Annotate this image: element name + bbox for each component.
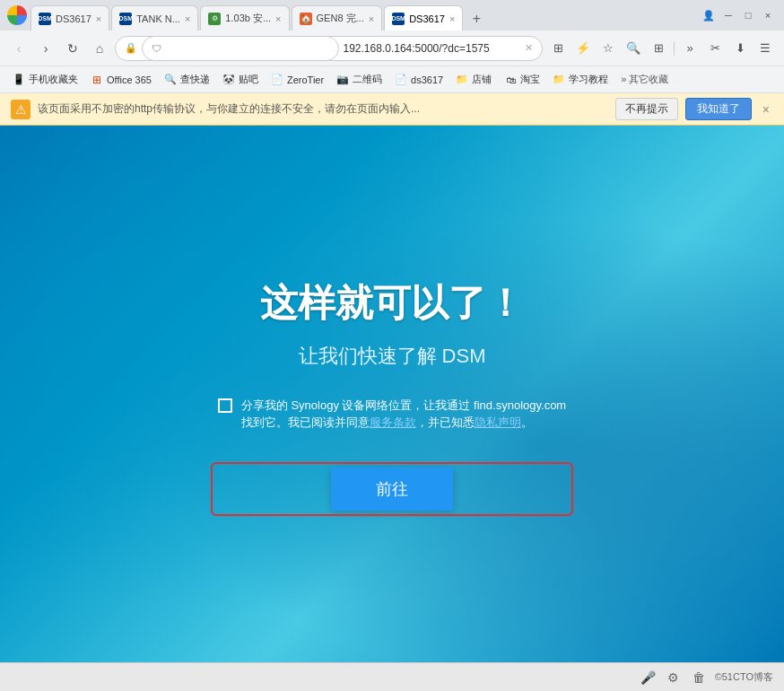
privacy-end: 。 [521, 415, 533, 429]
security-lock-icon: 🔒 [125, 42, 137, 54]
bookmark-ds3617[interactable]: 📄 ds3617 [389, 72, 449, 88]
tab-label-gen8: GEN8 完... [317, 12, 364, 25]
tab-103b[interactable]: ⚙ 1.03b 安... × [200, 5, 289, 31]
url-clear-button[interactable]: ✕ [525, 42, 533, 54]
bookmark-mobile[interactable]: 📱 手机收藏夹 [7, 71, 83, 88]
privacy-separator: ，并已知悉 [416, 415, 475, 429]
page-grid-icon[interactable]: ⊞ [546, 37, 570, 60]
window-minimize-button[interactable]: ─ [719, 6, 737, 24]
tab-label-ds3617-2: DS3617 [409, 13, 445, 24]
bookmark-qrcode-label: 二维码 [353, 73, 382, 86]
bookmark-ds3617-label: ds3617 [411, 74, 443, 85]
main-subtitle: 让我们快速了解 DSM [218, 343, 566, 370]
bookmark-qrcode-icon: 📷 [336, 74, 349, 86]
search-icon[interactable]: 🔍 [622, 37, 645, 60]
main-title: 这样就可以了！ [218, 278, 566, 328]
shield-icon: 🛡 [142, 36, 339, 61]
tab-close-tank[interactable]: × [185, 13, 190, 24]
new-tab-button[interactable]: + [465, 7, 488, 31]
url-text: 192.168.0.164:5000/?dc=1575 [344, 42, 521, 55]
share-location-text: 分享我的 Synology 设备网络位置，让我通过 find.synology.… [241, 397, 566, 432]
window-close-button[interactable]: × [759, 6, 777, 24]
tab-close-ds3617-2[interactable]: × [449, 13, 455, 24]
bookmark-tieba-icon: 🐼 [222, 74, 235, 86]
status-microphone-icon[interactable]: 🎤 [640, 669, 658, 687]
share-text-part2: 找到它。我已阅读并同意 [241, 415, 370, 429]
bookmark-office365-label: Office 365 [107, 74, 152, 85]
tab-label-ds3617-1: DS3617 [56, 13, 91, 24]
tab-close-103b[interactable]: × [275, 13, 281, 24]
bookmark-tieba[interactable]: 🐼 贴吧 [217, 71, 264, 88]
tab-icon-ds3617-2: DSM [392, 13, 405, 25]
reload-button[interactable]: ↻ [61, 37, 84, 60]
tab-label-103b: 1.03b 安... [225, 12, 271, 25]
dismiss-warning-button[interactable]: 不再提示 [615, 98, 678, 120]
tab-ds3617-1[interactable]: DSM DS3617 × [30, 5, 109, 31]
tab-tank[interactable]: DSM TANK N... × [111, 5, 198, 31]
share-text-part1: 分享我的 Synology 设备网络位置，让我通过 find.synology.… [241, 398, 566, 412]
bookmark-office365[interactable]: ⊞ Office 365 [85, 72, 157, 88]
tab-gen8[interactable]: 🏠 GEN8 完... × [292, 5, 383, 31]
bookmark-express-label: 查快递 [180, 73, 210, 86]
bookmark-tutorial[interactable]: 📁 学习教程 [547, 71, 614, 88]
security-bar-close-button[interactable]: × [759, 102, 773, 117]
main-content-area: 这样就可以了！ 让我们快速了解 DSM 分享我的 Synology 设备网络位置… [0, 126, 784, 662]
tab-icon-tank: DSM [119, 13, 132, 25]
share-location-checkbox[interactable] [218, 398, 232, 413]
bookmark-express[interactable]: 🔍 查快递 [159, 71, 215, 88]
acknowledge-warning-button[interactable]: 我知道了 [685, 98, 752, 120]
security-warning-text: 该页面采用不加密的http传输协议，与你建立的连接不安全，请勿在页面内输入... [38, 101, 608, 117]
apps-icon[interactable]: ⊞ [647, 37, 670, 60]
bookmark-taobao[interactable]: 🛍 淘宝 [499, 71, 545, 88]
status-settings-icon[interactable]: ⚙ [665, 669, 683, 687]
download-icon[interactable]: ⬇ [728, 37, 752, 60]
forward-button[interactable]: › [34, 37, 57, 60]
bookmarks-more-button[interactable]: » 其它收藏 [615, 71, 674, 88]
toolbar-divider [674, 41, 675, 56]
cut-icon[interactable]: ✂ [703, 37, 727, 60]
bookmark-tieba-label: 贴吧 [239, 73, 258, 86]
security-warning-bar: ⚠ 该页面采用不加密的http传输协议，与你建立的连接不安全，请勿在页面内输入.… [0, 93, 784, 126]
more-tools-button[interactable]: » [678, 37, 701, 60]
bookmark-taobao-icon: 🛍 [504, 74, 517, 86]
lightning-icon[interactable]: ⚡ [571, 37, 595, 60]
bookmark-qrcode[interactable]: 📷 二维码 [331, 71, 388, 88]
status-bar: 🎤 ⚙ 🗑 ©51CTO博客 [0, 662, 784, 691]
title-bar: DSM DS3617 × DSM TANK N... × ⚙ 1.03b 安..… [0, 0, 784, 31]
privacy-link[interactable]: 隐私声明 [475, 415, 521, 429]
bookmark-mobile-label: 手机收藏夹 [29, 73, 78, 86]
browser-chrome: DSM DS3617 × DSM TANK N... × ⚙ 1.03b 安..… [0, 0, 784, 126]
nav-bar: ‹ › ↻ ⌂ 🔒 🛡 192.168.0.164:5000/?dc=1575 … [0, 31, 784, 66]
bookmark-zerotier-icon: 📄 [271, 74, 283, 86]
tab-label-tank: TANK N... [136, 13, 180, 24]
status-watermark: ©51CTO博客 [715, 670, 773, 684]
forward-button[interactable]: 前往 [331, 468, 453, 511]
back-button[interactable]: ‹ [7, 37, 30, 60]
content-inner: 这样就可以了！ 让我们快速了解 DSM 分享我的 Synology 设备网络位置… [200, 260, 584, 529]
window-maximize-button[interactable]: □ [739, 6, 757, 24]
bookmark-store-icon: 📁 [456, 74, 468, 86]
window-profile-icon[interactable]: 👤 [700, 6, 718, 24]
bookmark-zerotier[interactable]: 📄 ZeroTier [266, 72, 329, 88]
forward-button-wrapper: 前往 [218, 468, 566, 511]
bookmark-tutorial-icon: 📁 [553, 74, 565, 86]
bookmark-star-icon[interactable]: ☆ [597, 37, 620, 60]
right-toolbar: ⊞ ⚡ ☆ 🔍 ⊞ » ✂ ⬇ ☰ [546, 37, 777, 60]
home-button[interactable]: ⌂ [88, 37, 111, 60]
terms-link[interactable]: 服务条款 [370, 415, 416, 429]
address-bar[interactable]: 🔒 🛡 192.168.0.164:5000/?dc=1575 ✕ [115, 36, 543, 61]
bookmark-tutorial-label: 学习教程 [569, 73, 608, 86]
bookmark-taobao-label: 淘宝 [520, 73, 540, 86]
tab-close-ds3617-1[interactable]: × [96, 13, 101, 24]
tab-icon-ds3617-1: DSM [39, 13, 51, 25]
status-trash-icon[interactable]: 🗑 [690, 669, 708, 687]
tab-ds3617-2[interactable]: DSM DS3617 × [384, 5, 463, 31]
bookmark-ds3617-icon: 📄 [395, 74, 407, 86]
tab-close-gen8[interactable]: × [369, 13, 374, 24]
bookmark-store[interactable]: 📁 店铺 [450, 71, 497, 88]
window-controls: 👤 ─ □ × [700, 6, 777, 24]
menu-button[interactable]: ☰ [754, 37, 777, 60]
bookmark-express-icon: 🔍 [164, 74, 177, 86]
bookmark-store-label: 店铺 [472, 73, 492, 86]
tab-icon-gen8: 🏠 [300, 13, 312, 25]
